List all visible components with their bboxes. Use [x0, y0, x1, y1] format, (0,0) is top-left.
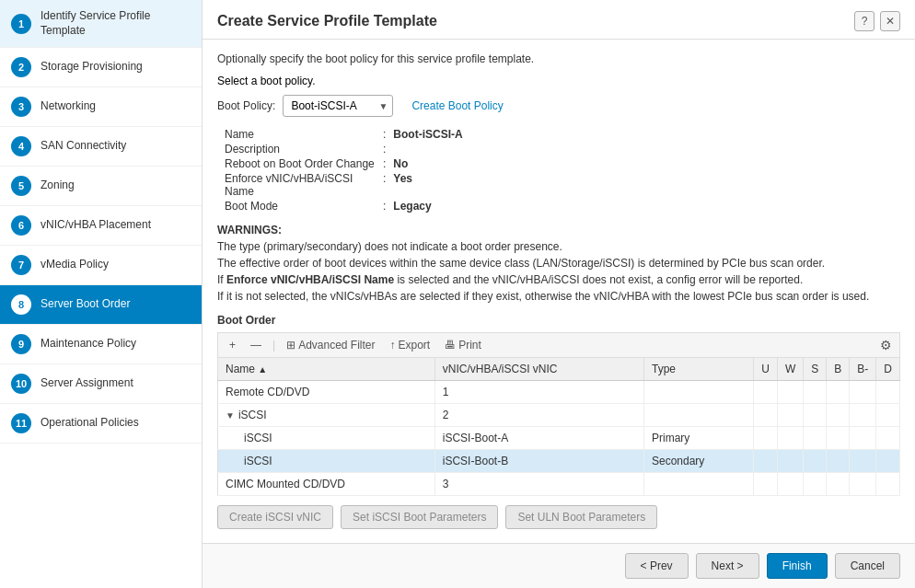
dialog-title: Create Service Profile Template	[217, 13, 437, 29]
col-vnic: vNIC/vHBA/iSCSI vNIC	[434, 358, 643, 381]
export-button[interactable]: ↑ Export	[387, 337, 434, 353]
create-iscsi-vnic-button[interactable]: Create iSCSI vNIC	[217, 505, 333, 529]
select-boot-label: Select a boot policy.	[217, 75, 900, 87]
detail-value: No	[393, 157, 408, 170]
print-button[interactable]: 🖶 Print	[441, 337, 485, 353]
gear-icon[interactable]: ⚙	[880, 338, 892, 352]
row-order: iSCSI-Boot-A	[434, 427, 643, 450]
table-row[interactable]: CIMC Mounted CD/DVD3	[218, 473, 900, 496]
minus-icon: —	[250, 339, 261, 352]
row-name: ▼iSCSI	[218, 404, 435, 427]
row-col-short	[804, 450, 827, 473]
col-s: S	[804, 358, 827, 381]
dialog-header: Create Service Profile Template ? ✕	[203, 0, 915, 40]
sidebar-item-5[interactable]: 5 Zoning	[0, 167, 202, 206]
row-col-short	[804, 381, 827, 404]
row-col-short	[876, 450, 900, 473]
policy-detail-row: Enforce vNIC/vHBA/iSCSI Name : Yes	[217, 172, 900, 198]
footer: < Prev Next > Finish Cancel	[203, 543, 915, 588]
set-uln-boot-button[interactable]: Set ULN Boot Parameters	[505, 505, 657, 529]
sidebar-item-7[interactable]: 7 vMedia Policy	[0, 246, 202, 285]
sidebar-label-5: Zoning	[41, 179, 75, 193]
print-label: Print	[458, 339, 481, 352]
row-col-short	[777, 427, 803, 450]
sidebar-label-9: Maintenance Policy	[41, 337, 136, 352]
table-row[interactable]: Remote CD/DVD1	[218, 381, 900, 404]
sidebar-item-4[interactable]: 4 SAN Connectivity	[0, 127, 202, 167]
col-u: U	[754, 358, 778, 381]
row-col-short	[754, 427, 778, 450]
add-button[interactable]: +	[226, 337, 239, 353]
boot-policy-row: Boot Policy: Boot-iSCSI-A ▼ Create Boot …	[217, 95, 900, 117]
cancel-button[interactable]: Cancel	[835, 553, 900, 579]
next-button[interactable]: Next >	[696, 553, 759, 579]
col-name: Name ▲	[218, 358, 435, 381]
sidebar-label-6: vNIC/vHBA Placement	[41, 218, 151, 233]
finish-button[interactable]: Finish	[767, 553, 828, 579]
boot-policy-select[interactable]: Boot-iSCSI-A	[283, 95, 393, 117]
sidebar-item-3[interactable]: 3 Networking	[0, 87, 202, 127]
detail-sep: :	[383, 172, 386, 185]
col-d: D	[876, 358, 900, 381]
boot-policy-label: Boot Policy:	[217, 99, 275, 112]
subtitle: Optionally specify the boot policy for t…	[217, 52, 900, 65]
sidebar-label-8: Server Boot Order	[41, 297, 130, 312]
row-col-short	[850, 381, 876, 404]
row-col-short	[827, 473, 850, 496]
filter-label: Advanced Filter	[298, 339, 375, 352]
policy-detail-row: Name : Boot-iSCSI-A	[217, 128, 900, 141]
sidebar-number-10: 10	[11, 374, 31, 394]
col-b2: B-	[850, 358, 876, 381]
sidebar-number-9: 9	[11, 334, 31, 354]
row-type	[644, 473, 754, 496]
row-col-short	[777, 450, 803, 473]
sidebar-item-9[interactable]: 9 Maintenance Policy	[0, 325, 202, 364]
sidebar-item-8[interactable]: 8 Server Boot Order	[0, 285, 202, 325]
create-boot-policy-link[interactable]: Create Boot Policy	[411, 99, 503, 112]
row-col-short	[754, 381, 778, 404]
table-row[interactable]: ▼iSCSI2	[218, 404, 900, 427]
row-col-short	[876, 404, 900, 427]
sidebar-label-10: Server Assignment	[41, 376, 133, 391]
detail-value: Yes	[393, 172, 412, 185]
row-col-short	[804, 404, 827, 427]
table-row[interactable]: iSCSIiSCSI-Boot-BSecondary	[218, 450, 900, 473]
sidebar-number-11: 11	[11, 413, 31, 433]
row-col-short	[777, 381, 803, 404]
prev-button[interactable]: < Prev	[625, 553, 689, 579]
row-col-short	[777, 404, 803, 427]
remove-button[interactable]: —	[247, 337, 265, 353]
policy-detail-row: Boot Mode : Legacy	[217, 200, 900, 213]
toolbar-separator: |	[272, 339, 275, 352]
sidebar-item-11[interactable]: 11 Operational Policies	[0, 404, 202, 444]
sidebar-item-1[interactable]: 1 Identify Service Profile Template	[0, 0, 202, 48]
detail-key: Enforce vNIC/vHBA/iSCSI Name	[217, 172, 383, 198]
close-button[interactable]: ✕	[880, 11, 900, 31]
row-col-short	[827, 427, 850, 450]
sidebar-number-2: 2	[11, 57, 31, 77]
boot-policy-select-wrapper: Boot-iSCSI-A ▼	[283, 95, 393, 117]
boot-order-title: Boot Order	[217, 314, 900, 327]
table-row[interactable]: iSCSIiSCSI-Boot-APrimary	[218, 427, 900, 450]
sidebar-item-2[interactable]: 2 Storage Provisioning	[0, 48, 202, 87]
sidebar-item-10[interactable]: 10 Server Assignment	[0, 364, 202, 404]
row-col-short	[804, 473, 827, 496]
policy-detail-row: Description :	[217, 143, 900, 156]
row-order: 3	[434, 473, 643, 496]
help-button[interactable]: ?	[854, 11, 874, 31]
row-col-short	[850, 473, 876, 496]
sidebar-label-11: Operational Policies	[41, 416, 139, 431]
set-iscsi-boot-button[interactable]: Set iSCSI Boot Parameters	[341, 505, 498, 529]
row-col-short	[804, 427, 827, 450]
row-name: iSCSI	[218, 450, 435, 473]
row-col-short	[850, 450, 876, 473]
detail-sep: :	[383, 200, 386, 213]
expand-arrow-icon[interactable]: ▼	[226, 410, 235, 421]
filter-button[interactable]: ⊞ Advanced Filter	[283, 337, 378, 353]
plus-icon: +	[229, 339, 236, 352]
row-col-short	[876, 381, 900, 404]
indent-spacer: iSCSI	[226, 432, 272, 444]
row-type	[644, 381, 754, 404]
sidebar-label-4: SAN Connectivity	[41, 139, 126, 154]
sidebar-item-6[interactable]: 6 vNIC/vHBA Placement	[0, 206, 202, 246]
